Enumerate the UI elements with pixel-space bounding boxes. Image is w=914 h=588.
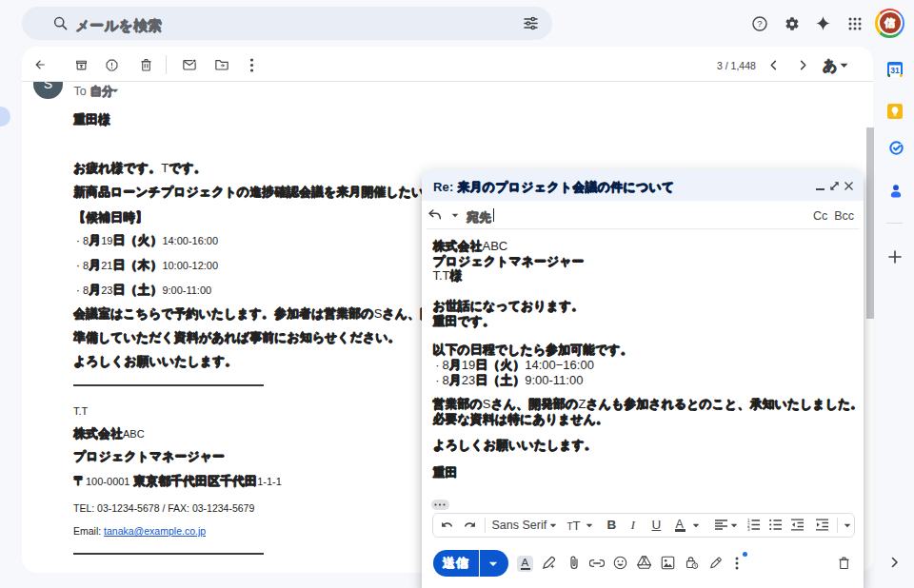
svg-text:3: 3: [747, 527, 750, 531]
svg-text:31: 31: [890, 66, 900, 75]
svg-text:?: ?: [757, 18, 762, 29]
